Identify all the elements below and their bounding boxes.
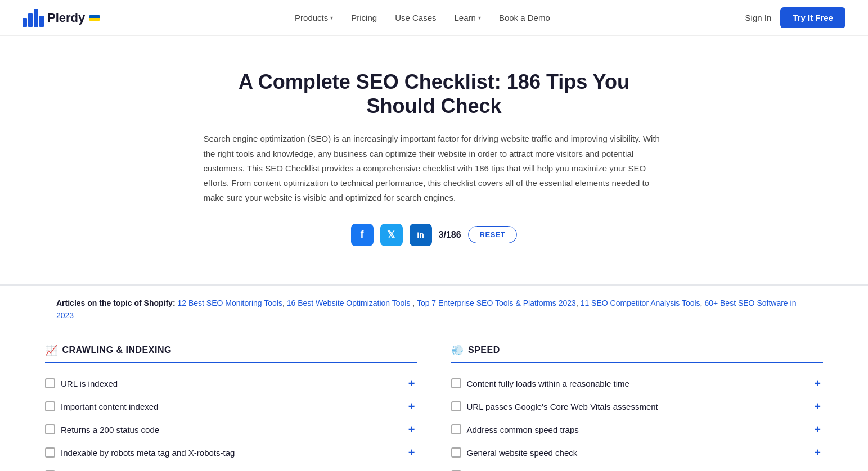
checklist-item: Important content indexed+	[45, 395, 417, 418]
checklist-item: Returns a 200 status code+	[45, 418, 417, 441]
try-free-button[interactable]: Try It Free	[780, 7, 845, 28]
nav-products[interactable]: Products ▾	[295, 13, 333, 22]
checkbox[interactable]	[45, 424, 55, 434]
header-actions: Sign In Try It Free	[745, 7, 845, 28]
checklist-item: URL not blocked by robots.txt file+	[45, 464, 417, 471]
expand-item-button[interactable]: +	[406, 447, 417, 458]
articles-prefix: Articles on the topic of Shopify:	[56, 298, 176, 307]
section-header-crawling-indexing: 📈CRAWLING & INDEXING	[45, 344, 417, 363]
article-link-4[interactable]: 11 SEO Competitor Analysis Tools	[581, 298, 700, 307]
section-title: CRAWLING & INDEXING	[62, 345, 172, 355]
checklist-item: URL is indexed+	[45, 372, 417, 395]
nav-learn[interactable]: Learn ▾	[455, 13, 481, 22]
checkbox[interactable]	[45, 447, 55, 458]
checklist-item-left: URL passes Google's Core Web Vitals asse…	[451, 401, 812, 411]
nav-use-cases[interactable]: Use Cases	[395, 13, 436, 22]
logo-icon	[23, 9, 44, 27]
checklist-item: Indexable by robots meta tag and X-robot…	[45, 441, 417, 464]
checklist-item: Address common speed traps+	[451, 418, 824, 441]
expand-item-button[interactable]: +	[406, 378, 417, 389]
expand-item-button[interactable]: +	[812, 447, 823, 458]
section-crawling-indexing: 📈CRAWLING & INDEXINGURL is indexed+Impor…	[45, 344, 417, 471]
linkedin-icon: in	[417, 230, 424, 239]
section-title: SPEED	[468, 345, 500, 355]
checklist-item: Content fully loads within a reasonable …	[451, 372, 824, 395]
linkedin-share-button[interactable]: in	[410, 224, 432, 246]
facebook-icon: f	[361, 229, 364, 241]
section-header-speed: 💨SPEED	[451, 344, 824, 363]
expand-item-button[interactable]: +	[812, 401, 823, 412]
chevron-down-icon: ▾	[478, 15, 481, 21]
checkbox[interactable]	[451, 378, 461, 388]
svg-rect-0	[23, 18, 27, 27]
logo-text: Plerdy	[47, 11, 85, 25]
checkbox[interactable]	[451, 424, 461, 434]
social-share-row: f 𝕏 in 3/186 RESET	[204, 224, 665, 246]
svg-rect-3	[39, 16, 44, 27]
checklist-item: Desktop website Speed Checks in the Sear…	[451, 464, 824, 471]
twitter-icon: 𝕏	[387, 229, 395, 241]
checklist-item-left: Indexable by robots meta tag and X-robot…	[45, 447, 406, 458]
expand-item-button[interactable]: +	[406, 401, 417, 412]
expand-item-button[interactable]: +	[812, 424, 823, 435]
checklist-item: URL passes Google's Core Web Vitals asse…	[451, 395, 824, 418]
checklist-item-left: Address common speed traps	[451, 424, 812, 434]
articles-bar: Articles on the topic of Shopify: 12 Bes…	[0, 286, 868, 333]
checklist-item-left: Important content indexed	[45, 401, 406, 411]
twitter-share-button[interactable]: 𝕏	[380, 224, 403, 246]
item-text: Content fully loads within a reasonable …	[467, 379, 629, 388]
checklist-item-left: Returns a 200 status code	[45, 424, 406, 434]
section-emoji: 📈	[45, 344, 58, 356]
checkbox[interactable]	[451, 447, 461, 458]
sign-in-button[interactable]: Sign In	[745, 13, 772, 22]
item-text: General website speed check	[467, 448, 578, 458]
main-nav: Products ▾ Pricing Use Cases Learn ▾ Boo…	[295, 13, 550, 22]
item-text: Address common speed traps	[467, 425, 579, 434]
item-text: Returns a 200 status code	[61, 425, 159, 434]
checklist-grid: 📈CRAWLING & INDEXINGURL is indexed+Impor…	[0, 333, 868, 471]
checkbox[interactable]	[45, 401, 55, 411]
nav-pricing[interactable]: Pricing	[351, 13, 377, 22]
checkbox[interactable]	[45, 378, 55, 388]
ukraine-flag	[89, 15, 100, 21]
article-link-2[interactable]: 16 Best Website Optimization Tools	[287, 298, 411, 307]
item-text: Important content indexed	[61, 402, 158, 411]
hero-title: A Complete SEO Checklist: 186 Tips You S…	[204, 70, 665, 118]
header: Plerdy Products ▾ Pricing Use Cases Lear…	[0, 0, 868, 36]
checklist-counter: 3/186	[439, 230, 461, 240]
reset-button[interactable]: RESET	[468, 226, 518, 243]
checklist-item-left: General website speed check	[451, 447, 812, 458]
article-link-1[interactable]: 12 Best SEO Monitoring Tools	[177, 298, 282, 307]
expand-item-button[interactable]: +	[406, 424, 417, 435]
logo[interactable]: Plerdy	[23, 9, 100, 27]
facebook-share-button[interactable]: f	[351, 224, 374, 246]
checklist-item: General website speed check+	[451, 441, 824, 464]
svg-rect-2	[34, 9, 38, 27]
section-emoji: 💨	[451, 344, 464, 356]
checklist-item-left: Content fully loads within a reasonable …	[451, 378, 812, 388]
svg-rect-1	[28, 13, 33, 27]
item-text: URL is indexed	[61, 379, 118, 388]
item-text: URL passes Google's Core Web Vitals asse…	[467, 402, 658, 411]
checklist-item-left: URL is indexed	[45, 378, 406, 388]
chevron-down-icon: ▾	[330, 15, 333, 21]
nav-book-demo[interactable]: Book a Demo	[499, 13, 550, 22]
hero-description: Search engine optimization (SEO) is an i…	[204, 132, 665, 205]
item-text: Indexable by robots meta tag and X-robot…	[61, 448, 235, 458]
hero-section: A Complete SEO Checklist: 186 Tips You S…	[192, 36, 676, 284]
expand-item-button[interactable]: +	[812, 378, 823, 389]
checkbox[interactable]	[451, 401, 461, 411]
article-link-3[interactable]: Top 7 Enterprise SEO Tools & Platforms 2…	[417, 298, 576, 307]
section-speed: 💨SPEEDContent fully loads within a reaso…	[451, 344, 824, 471]
